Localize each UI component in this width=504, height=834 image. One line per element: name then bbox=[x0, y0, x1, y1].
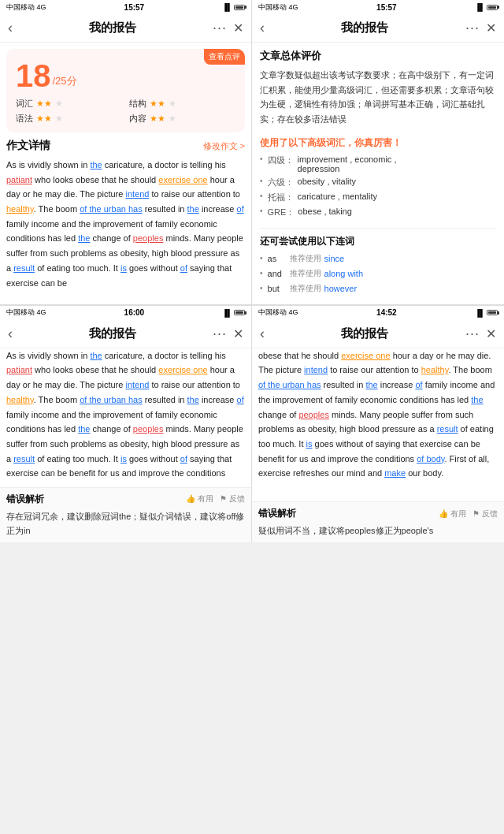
metric-content: 内容 ★★★ bbox=[129, 113, 236, 125]
vocab-item-3: • 托福： caricature , mentality bbox=[260, 192, 496, 203]
metric-grammar-stars: ★★ bbox=[36, 114, 52, 124]
helpful-btn-br[interactable]: 👍 有用 bbox=[439, 508, 466, 519]
close-button-br[interactable]: ✕ bbox=[486, 326, 496, 341]
br-the-2: the bbox=[471, 395, 483, 404]
back-button-tl[interactable]: ‹ bbox=[8, 20, 13, 36]
bl-of-2: of bbox=[180, 454, 187, 464]
br-is: is bbox=[306, 439, 313, 449]
br-of: of bbox=[415, 380, 422, 389]
word-intend: intend bbox=[125, 189, 149, 199]
feedback-btn-br[interactable]: ⚑ 反馈 bbox=[472, 508, 498, 519]
overall-title: 文章总体评价 bbox=[260, 49, 496, 63]
vocab-item-4: • GRE： obese , taking bbox=[260, 207, 496, 218]
word-patiant: patiant bbox=[6, 175, 32, 184]
battery-icon-tr bbox=[487, 5, 498, 10]
close-button-tl[interactable]: ✕ bbox=[233, 20, 243, 35]
helpful-btn-bl[interactable]: 👍 有用 bbox=[186, 493, 213, 504]
overall-text: 文章字数疑似超出该考试字数要求；在高中级别下，有一定词汇积累，能使用少量高级词汇… bbox=[260, 68, 496, 127]
connector-list: • as 推荐使用 since • and 推荐使用 along with • … bbox=[260, 253, 496, 294]
bl-the-1: the bbox=[90, 351, 102, 360]
metric-grammar-label: 语法 bbox=[16, 113, 33, 125]
metric-vocab-stars: ★★ bbox=[36, 99, 52, 109]
carrier-bl: 中国移动 4G bbox=[6, 307, 46, 318]
error-text-br: 疑似用词不当，建议将peoples修正为people's bbox=[258, 523, 498, 538]
word-of-the-urban: of the urban has bbox=[80, 204, 143, 214]
back-button-tr[interactable]: ‹ bbox=[260, 20, 265, 36]
nav-bar-top-left: ‹ 我的报告 ··· ✕ bbox=[0, 14, 251, 43]
nav-title-tr: 我的报告 bbox=[341, 20, 388, 35]
vocab-level-3: 托福： bbox=[268, 192, 295, 203]
br-intend: intend bbox=[304, 365, 328, 374]
essay-br: obese that he should exercise one hour a… bbox=[252, 348, 504, 501]
connector-item-but: • but 推荐使用 however bbox=[260, 283, 496, 294]
edit-essay-button[interactable]: 修改作文 > bbox=[203, 140, 245, 152]
more-button-tr[interactable]: ··· bbox=[465, 20, 480, 36]
back-button-br[interactable]: ‹ bbox=[260, 326, 265, 342]
error-header-br: 错误解析 👍 有用 ⚑ 反馈 bbox=[258, 507, 498, 520]
carrier-right: 中国移动 4G bbox=[258, 2, 298, 13]
bl-the-2: the bbox=[187, 395, 199, 404]
vocab-item-2: • 六级： obesity , vitality bbox=[260, 177, 496, 188]
essay-bl: As is vividly shown in the caricature, a… bbox=[0, 348, 251, 487]
vocab-level-1: 四级： bbox=[268, 155, 295, 166]
bl-peoples: peoples bbox=[133, 424, 164, 434]
metric-content-stars: ★★ bbox=[150, 114, 165, 124]
status-bar-br: 中国移动 4G 14:52 ▐▌ bbox=[252, 306, 504, 320]
metric-content-label: 内容 bbox=[129, 113, 146, 125]
vocab-highlight-title: 使用了以下高级词汇，你真厉害！ bbox=[260, 136, 496, 150]
error-section-bl: 错误解析 👍 有用 ⚑ 反馈 存在冠词冗余，建议删除冠词the；疑似介词错误，建… bbox=[0, 487, 251, 542]
vocab-words-4: obese , taking bbox=[298, 207, 352, 216]
connector-title: 还可尝试使用以下连词 bbox=[260, 235, 496, 248]
feedback-btn-bl[interactable]: ⚑ 反馈 bbox=[220, 493, 245, 504]
essay-header: 作文详情 修改作文 > bbox=[6, 139, 245, 153]
word-peoples: peoples bbox=[133, 233, 164, 243]
nav-actions-br: ··· ✕ bbox=[465, 326, 496, 342]
essay-body-bl: As is vividly shown in the caricature, a… bbox=[6, 348, 245, 481]
bl-healthy: healthy bbox=[6, 395, 34, 404]
more-button-tl[interactable]: ··· bbox=[213, 20, 227, 36]
close-button-tr[interactable]: ✕ bbox=[486, 20, 496, 35]
score-total: /25分 bbox=[53, 74, 77, 88]
back-button-bl[interactable]: ‹ bbox=[8, 326, 13, 342]
word-healthy: healthy bbox=[6, 204, 34, 214]
nav-title-bl: 我的报告 bbox=[89, 326, 136, 341]
status-bar-top-left: 中国移动 4G 15:57 ▐▌ bbox=[0, 0, 251, 14]
br-healthy: healthy bbox=[421, 365, 449, 374]
review-section: 文章总体评价 文章字数疑似超出该考试字数要求；在高中级别下，有一定词汇积累，能使… bbox=[252, 43, 504, 304]
battery-icon-br bbox=[487, 310, 498, 315]
carrier-left: 中国移动 4G bbox=[6, 2, 46, 13]
br-the-1: the bbox=[365, 380, 377, 389]
word-of: of bbox=[237, 204, 244, 214]
nav-title-br: 我的报告 bbox=[341, 326, 388, 341]
more-button-bl[interactable]: ··· bbox=[213, 326, 227, 342]
vocab-list: • 四级： improvement , economic ,depression… bbox=[260, 155, 496, 218]
br-result: result bbox=[437, 424, 458, 434]
vocab-words-2: obesity , vitality bbox=[298, 177, 357, 186]
essay-body-tl: As is vividly shown in the caricature, a… bbox=[6, 158, 245, 290]
conn-word-but: but bbox=[268, 284, 287, 293]
time-bl: 16:00 bbox=[124, 308, 145, 317]
close-button-bl[interactable]: ✕ bbox=[233, 326, 243, 341]
view-review-button[interactable]: 查看点评 bbox=[204, 49, 245, 65]
battery-icon bbox=[234, 5, 245, 10]
br-of-body: of body bbox=[417, 454, 444, 464]
connector-item-as: • as 推荐使用 since bbox=[260, 253, 496, 264]
bl-patiant: patiant bbox=[6, 365, 32, 374]
metric-structure-stars: ★★ bbox=[150, 99, 165, 109]
word-result: result bbox=[13, 263, 35, 273]
error-text-bl: 存在冠词冗余，建议删除冠词the；疑似介词错误，建议将off修正为in bbox=[6, 509, 245, 538]
conn-value-and: along with bbox=[324, 269, 364, 278]
vocab-words-3: caricature , mentality bbox=[298, 192, 377, 201]
battery-icon-bl bbox=[234, 310, 245, 315]
battery-area: ▐▌ bbox=[222, 3, 245, 11]
metric-structure: 结构 ★★★ bbox=[129, 98, 236, 110]
metric-grammar: 语法 ★★★ bbox=[16, 113, 123, 125]
error-title-br: 错误解析 bbox=[258, 507, 296, 520]
more-button-br[interactable]: ··· bbox=[465, 326, 480, 342]
score-display: 18 /25分 bbox=[16, 60, 235, 91]
nav-bar-top-right: ‹ 我的报告 ··· ✕ bbox=[252, 14, 504, 43]
status-bar-top-right: 中国移动 4G 15:57 ▐▌ bbox=[252, 0, 504, 14]
divider-1 bbox=[260, 228, 496, 229]
word-of-2: of bbox=[180, 263, 187, 273]
score-metrics: 词汇 ★★★ 结构 ★★★ 语法 ★★★ 内容 ★★★ bbox=[16, 98, 235, 125]
